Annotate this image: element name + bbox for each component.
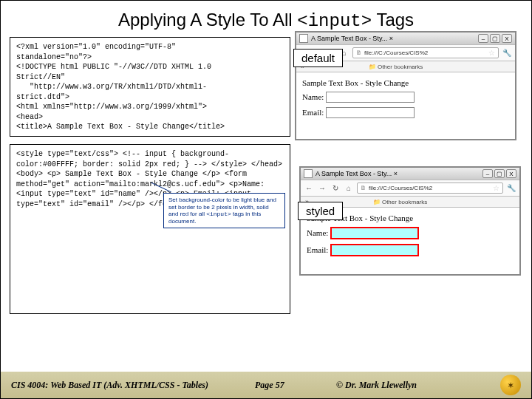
other-bookmarks-label[interactable]: Other bookmarks bbox=[382, 199, 427, 205]
url-bar[interactable]: 🗎 file:///C:/Courses/CIS%2 ☆ bbox=[357, 183, 503, 194]
page-icon bbox=[304, 169, 313, 178]
other-bookmarks-label[interactable]: Other bookmarks bbox=[378, 64, 423, 70]
browser-toolbar: ← → ↻ ⌂ 🗎 file:///C:/Courses/CIS%2 ☆ 🔧 bbox=[301, 180, 519, 197]
minimize-icon[interactable]: – bbox=[482, 169, 493, 178]
ucf-logo-icon: ✶ bbox=[500, 375, 521, 395]
window-controls[interactable]: – ▢ X bbox=[482, 169, 516, 178]
url-text: file:///C:/Courses/CIS%2 bbox=[364, 50, 428, 56]
label-default: default bbox=[293, 49, 343, 67]
window-controls[interactable]: – ▢ X bbox=[478, 34, 512, 43]
wrench-icon[interactable]: 🔧 bbox=[502, 48, 512, 58]
url-bar[interactable]: 🗎 file:///C:/Courses/CIS%2 ☆ bbox=[352, 47, 499, 58]
maximize-icon[interactable]: ▢ bbox=[490, 34, 500, 43]
forward-icon[interactable]: → bbox=[317, 183, 327, 194]
browser-default: A Sample Text Box - Sty... × – ▢ X ← → ↻… bbox=[295, 31, 516, 140]
reload-icon[interactable]: ↻ bbox=[330, 183, 341, 194]
file-icon: 🗎 bbox=[356, 50, 362, 56]
wrench-icon[interactable]: 🔧 bbox=[506, 183, 516, 194]
close-icon[interactable]: X bbox=[506, 169, 516, 178]
page-heading: Sample Text Box - Style Change bbox=[302, 78, 509, 87]
label-styled: styled bbox=[298, 202, 343, 220]
home-icon[interactable]: ⌂ bbox=[344, 183, 354, 194]
slide-footer: CIS 4004: Web Based IT (Adv. XHTML/CSS -… bbox=[1, 372, 531, 398]
code-block-body: <style type="text/css"> <!-- input { bac… bbox=[10, 144, 290, 314]
code-block-head: <?xml version="1.0" encoding="UTF-8" sta… bbox=[10, 37, 290, 137]
email-input[interactable] bbox=[326, 107, 415, 118]
footer-page: Page 57 bbox=[255, 380, 336, 391]
callout-box: Set background-color to be light blue an… bbox=[163, 193, 285, 228]
email-input[interactable] bbox=[330, 244, 419, 256]
screenshot-area: default A Sample Text Box - Sty... × – ▢… bbox=[295, 37, 522, 137]
tab-title: A Sample Text Box - Sty... × bbox=[311, 35, 393, 42]
page-content-default: Sample Text Box - Style Change Name: Ema… bbox=[296, 72, 515, 139]
email-label: Email: bbox=[302, 108, 324, 117]
minimize-icon[interactable]: – bbox=[478, 34, 488, 43]
back-icon[interactable]: ← bbox=[304, 183, 314, 194]
url-text: file:///C:/Courses/CIS%2 bbox=[369, 185, 432, 191]
file-icon: 🗎 bbox=[361, 185, 366, 191]
name-label: Name: bbox=[307, 228, 328, 237]
bookmark-star-icon[interactable]: ☆ bbox=[493, 184, 499, 192]
close-icon[interactable]: X bbox=[502, 34, 512, 43]
page-icon bbox=[299, 34, 308, 43]
name-input[interactable] bbox=[330, 227, 419, 239]
window-titlebar: A Sample Text Box - Sty... × – ▢ X bbox=[301, 168, 519, 180]
browser-styled: A Sample Text Box - Sty... × – ▢ X ← → ↻… bbox=[299, 166, 521, 276]
name-input[interactable] bbox=[326, 92, 415, 103]
maximize-icon[interactable]: ▢ bbox=[494, 169, 505, 178]
email-label: Email: bbox=[307, 245, 328, 254]
bookmark-star-icon[interactable]: ☆ bbox=[488, 49, 495, 57]
window-titlebar: A Sample Text Box - Sty... × – ▢ X bbox=[296, 33, 515, 44]
tab-title: A Sample Text Box - Sty... × bbox=[316, 170, 398, 177]
name-label: Name: bbox=[302, 92, 324, 101]
footer-copyright: © Dr. Mark Llewellyn bbox=[336, 380, 500, 391]
footer-course: CIS 4004: Web Based IT (Adv. XHTML/CSS -… bbox=[11, 380, 255, 391]
